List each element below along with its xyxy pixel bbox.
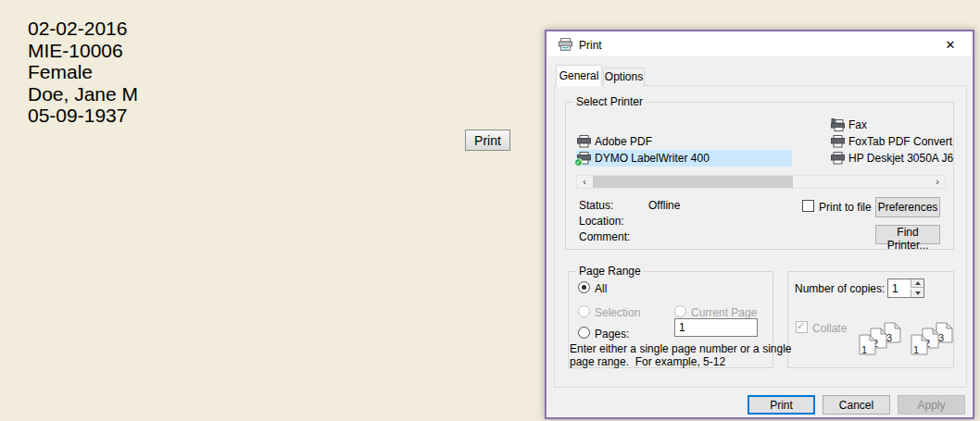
status-value: Offline	[648, 200, 680, 212]
scroll-left-icon[interactable]: ‹	[577, 176, 592, 188]
collate-sheet: 1	[859, 334, 876, 355]
radio-selection-label: Selection	[595, 307, 640, 319]
printer-item-fax[interactable]: Fax	[831, 117, 867, 133]
desktop: { "page": { "info_lines": ["02-02-2016",…	[0, 0, 980, 421]
printer-name: DYMO LabelWriter 400	[595, 152, 710, 165]
printer-name: Fax	[848, 118, 867, 131]
printer-name: Adobe PDF	[595, 135, 652, 148]
collate-pages-icon: 3 2 1	[859, 322, 901, 359]
select-printer-legend: Select Printer	[573, 95, 646, 108]
close-icon[interactable]: ✕	[938, 36, 962, 54]
radio-current-page	[674, 305, 686, 317]
cancel-button[interactable]: Cancel	[823, 395, 890, 415]
collate-checkbox: ✓	[796, 321, 808, 333]
radio-pages-label: Pages:	[595, 328, 629, 341]
radio-all[interactable]	[578, 281, 590, 293]
page-print-button[interactable]: Print	[465, 130, 510, 151]
printer-item-hp-deskjet[interactable]: HP Deskjet 3050A J6	[831, 150, 953, 167]
default-printer-check-icon: ✓	[574, 158, 583, 167]
print-dialog: Print ✕ General Options Select Printer F…	[545, 30, 974, 419]
printer-icon	[831, 135, 845, 148]
copies-value: 1	[892, 282, 898, 295]
patient-info-block: 02-02-2016 MIE-10006 Female Doe, Jane M …	[28, 18, 138, 127]
radio-pages[interactable]	[578, 327, 590, 339]
printer-name: HP Deskjet 3050A J6	[848, 152, 953, 165]
printer-list-scrollbar[interactable]: ‹ ›	[576, 175, 946, 189]
printer-icon	[558, 37, 573, 52]
number-of-copies-label: Number of copies:	[795, 283, 885, 295]
status-label: Status:	[579, 200, 613, 212]
printer-item-foxtab[interactable]: FoxTab PDF Convert	[831, 133, 952, 150]
page-range-legend: Page Range	[576, 265, 644, 278]
spinner-up-icon[interactable]	[911, 279, 923, 288]
apply-button: Apply	[898, 395, 965, 415]
scroll-right-icon[interactable]: ›	[930, 176, 945, 188]
patient-info-name: Doe, Jane M	[28, 83, 138, 105]
find-printer-button[interactable]: Find Printer...	[875, 225, 940, 244]
print-button[interactable]: Print	[748, 395, 815, 415]
fax-icon	[831, 118, 845, 131]
copies-spinner[interactable]: 1	[887, 279, 924, 298]
printer-item-adobe-pdf[interactable]: Adobe PDF	[577, 133, 652, 150]
dialog-title: Print	[579, 39, 602, 52]
print-to-file-checkbox[interactable]	[802, 200, 814, 212]
location-label: Location:	[579, 216, 624, 228]
collate-label: Collate	[812, 323, 847, 335]
page-range-help-line2: page range. For example, 5-12	[570, 356, 725, 368]
printer-icon	[831, 152, 845, 165]
comment-label: Comment:	[579, 231, 630, 243]
collate-pages-icon: 3 2 1	[911, 322, 953, 359]
print-to-file-label: Print to file	[819, 202, 872, 214]
radio-all-label: All	[595, 283, 607, 295]
printer-icon: ✓	[577, 152, 591, 165]
page-range-help-line1: Enter either a single page number or a s…	[570, 343, 791, 355]
patient-info-id: MIE-10006	[28, 40, 138, 62]
collate-sheet: 1	[911, 334, 928, 355]
tab-general[interactable]: General	[556, 65, 602, 86]
printer-item-dymo-selected[interactable]: ✓ DYMO LabelWriter 400	[576, 150, 792, 167]
scrollbar-thumb[interactable]	[593, 176, 793, 188]
preferences-button[interactable]: Preferences	[875, 197, 940, 217]
patient-info-dob: 05-09-1937	[28, 105, 138, 127]
spinner-down-icon[interactable]	[911, 289, 923, 297]
dialog-titlebar[interactable]: Print ✕	[547, 32, 972, 56]
pages-input[interactable]	[674, 318, 758, 337]
printer-icon	[577, 135, 591, 148]
printer-name: FoxTab PDF Convert	[848, 135, 952, 148]
tab-options[interactable]: Options	[603, 68, 645, 86]
collate-check-icon: ✓	[797, 320, 805, 332]
patient-info-sex: Female	[28, 61, 138, 83]
patient-info-date: 02-02-2016	[28, 18, 138, 40]
radio-selection	[578, 305, 590, 317]
